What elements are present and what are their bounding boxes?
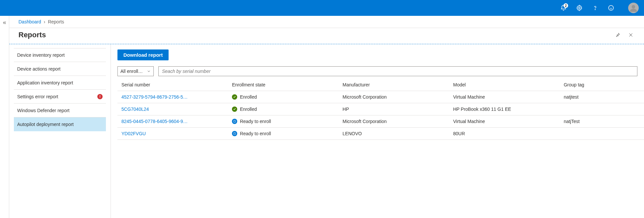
manufacturer-cell: Microsoft Corporation bbox=[338, 91, 449, 103]
enrollment-state-cell: Ready to enroll bbox=[228, 128, 338, 140]
sidebar-item[interactable]: Autopilot deployment report bbox=[14, 117, 106, 131]
enrollment-state-cell: Enrolled bbox=[228, 91, 338, 103]
group-tag-cell bbox=[560, 128, 644, 140]
model-cell: Virtual Machine bbox=[449, 91, 560, 103]
chevron-down-icon bbox=[147, 69, 151, 73]
checkmark-icon bbox=[232, 107, 237, 112]
results-table: Serial number Enrollment state Manufactu… bbox=[117, 79, 644, 140]
col-manufacturer[interactable]: Manufacturer bbox=[338, 79, 449, 91]
clock-icon bbox=[232, 119, 237, 124]
svg-point-0 bbox=[579, 7, 580, 9]
question-icon bbox=[592, 5, 598, 11]
detail-pane: Download report All enrollm… Serial numb… bbox=[111, 44, 644, 218]
enrollment-state-cell: Ready to enroll bbox=[228, 115, 338, 128]
controls-row: All enrollm… bbox=[117, 66, 644, 76]
sidebar-item-label: Settings error report bbox=[17, 94, 58, 99]
col-state[interactable]: Enrollment state bbox=[228, 79, 338, 91]
notifications-button[interactable]: 2 bbox=[557, 1, 570, 15]
sidebar-item[interactable]: Device inventory report bbox=[14, 48, 106, 62]
top-bar: 2 bbox=[0, 0, 644, 16]
feedback-button[interactable] bbox=[604, 1, 618, 15]
clock-icon bbox=[232, 131, 237, 136]
main-area: Dashboard › Reports Reports Device inven… bbox=[9, 16, 644, 218]
notification-badge: 2 bbox=[564, 3, 568, 8]
state-label: Enrolled bbox=[240, 107, 257, 112]
manufacturer-cell: HP bbox=[338, 103, 449, 115]
sidebar-item-label: Application inventory report bbox=[17, 80, 73, 85]
svg-point-3 bbox=[610, 7, 610, 8]
chevron-double-left-icon bbox=[2, 20, 7, 25]
search-input[interactable] bbox=[158, 66, 637, 76]
table-row: YD02FVGUReady to enrollLENOVO80UR bbox=[117, 128, 644, 140]
alert-icon: ! bbox=[97, 94, 103, 99]
title-actions bbox=[614, 31, 635, 39]
body-split: Device inventory reportDevice actions re… bbox=[9, 44, 644, 218]
page-title: Reports bbox=[18, 31, 46, 39]
sidebar-item[interactable]: Application inventory report bbox=[14, 76, 106, 90]
col-serial[interactable]: Serial number bbox=[117, 79, 228, 91]
sidebar-item[interactable]: Device actions report bbox=[14, 62, 106, 76]
enrollment-state-cell: Enrolled bbox=[228, 103, 338, 115]
sidebar-item-label: Autopilot deployment report bbox=[17, 122, 74, 127]
pin-button[interactable] bbox=[614, 31, 622, 39]
col-group-tag[interactable]: Group tag bbox=[560, 79, 644, 91]
breadcrumb-current: Reports bbox=[48, 19, 64, 24]
close-button[interactable] bbox=[627, 31, 635, 39]
reports-sidebar: Device inventory reportDevice actions re… bbox=[9, 44, 111, 218]
table-header-row: Serial number Enrollment state Manufactu… bbox=[117, 79, 644, 91]
person-icon bbox=[629, 3, 638, 13]
group-tag-cell: natjtest bbox=[560, 91, 644, 103]
gear-icon bbox=[576, 5, 583, 11]
dropdown-label: All enrollm… bbox=[120, 69, 145, 74]
table-row: 5CG7040L24EnrolledHPHP ProBook x360 11 G… bbox=[117, 103, 644, 115]
model-cell: HP ProBook x360 11 G1 EE bbox=[449, 103, 560, 115]
smiley-icon bbox=[608, 5, 614, 11]
serial-link[interactable]: YD02FVGU bbox=[117, 128, 228, 140]
serial-link[interactable]: 5CG7040L24 bbox=[117, 103, 228, 115]
group-tag-cell: natjTest bbox=[560, 115, 644, 128]
serial-link[interactable]: 8245-0445-0778-6405-9604-9… bbox=[117, 115, 228, 128]
svg-point-4 bbox=[612, 7, 612, 8]
breadcrumb: Dashboard › Reports bbox=[9, 16, 644, 28]
collapse-sidebar-button[interactable] bbox=[0, 16, 9, 218]
pin-icon bbox=[615, 32, 620, 38]
download-report-button[interactable]: Download report bbox=[117, 49, 169, 60]
user-avatar[interactable] bbox=[628, 3, 639, 13]
close-icon bbox=[628, 32, 633, 38]
state-label: Ready to enroll bbox=[240, 119, 271, 124]
manufacturer-cell: Microsoft Corporation bbox=[338, 115, 449, 128]
table-row: 8245-0445-0778-6405-9604-9…Ready to enro… bbox=[117, 115, 644, 128]
sidebar-item-label: Windows Defender report bbox=[17, 108, 70, 113]
checkmark-icon bbox=[232, 94, 237, 100]
serial-link[interactable]: 4527-3279-5794-8679-2756-5… bbox=[117, 91, 228, 103]
content-shell: Dashboard › Reports Reports Device inven… bbox=[0, 16, 644, 218]
enrollment-filter-dropdown[interactable]: All enrollm… bbox=[117, 66, 154, 76]
sidebar-item[interactable]: Settings error report! bbox=[14, 90, 106, 104]
group-tag-cell bbox=[560, 103, 644, 115]
svg-point-2 bbox=[609, 6, 614, 11]
model-cell: Virtual Machine bbox=[449, 115, 560, 128]
table-row: 4527-3279-5794-8679-2756-5…EnrolledMicro… bbox=[117, 91, 644, 103]
col-model[interactable]: Model bbox=[449, 79, 560, 91]
help-button[interactable] bbox=[589, 1, 602, 15]
state-label: Enrolled bbox=[240, 94, 257, 100]
model-cell: 80UR bbox=[449, 128, 560, 140]
sidebar-item-label: Device inventory report bbox=[17, 52, 65, 58]
sidebar-item[interactable]: Windows Defender report bbox=[14, 104, 106, 117]
manufacturer-cell: LENOVO bbox=[338, 128, 449, 140]
breadcrumb-separator: › bbox=[44, 19, 46, 24]
settings-button[interactable] bbox=[573, 1, 586, 15]
breadcrumb-root-link[interactable]: Dashboard bbox=[18, 19, 41, 24]
svg-point-1 bbox=[595, 9, 595, 10]
state-label: Ready to enroll bbox=[240, 131, 271, 136]
title-row: Reports bbox=[9, 28, 644, 44]
svg-point-5 bbox=[632, 5, 635, 9]
sidebar-item-label: Device actions report bbox=[17, 66, 61, 72]
